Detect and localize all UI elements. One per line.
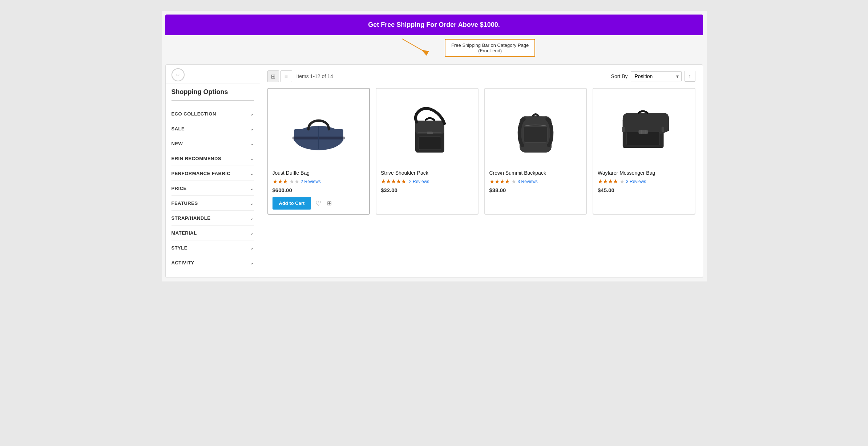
filter-label: PERFORMANCE FABRIC [171, 171, 231, 176]
toolbar: ⊞ ≡ Items 1-12 of 14 Sort By Position Pr… [267, 70, 695, 82]
free-shipping-text: Get Free Shipping For Order Above $1000. [368, 21, 500, 28]
chevron-down-icon: ⌄ [250, 126, 254, 131]
reviews-link[interactable]: 2 Reviews [301, 179, 321, 184]
filter-label: MATERIAL [171, 230, 197, 236]
chevron-down-icon: ⌄ [250, 170, 254, 176]
main-content: ○ Shopping Options ECO COLLECTION ⌄ SALE… [165, 64, 703, 278]
list-view-button[interactable]: ≡ [280, 70, 292, 82]
svg-line-1 [402, 39, 428, 53]
product-card[interactable]: Strive Shoulder Pack ★★★★★ 2 Reviews $32… [376, 88, 479, 215]
star-rating: ★★★★★ [381, 178, 406, 185]
product-image [381, 93, 473, 166]
filter-label: ECO COLLECTION [171, 111, 216, 117]
sort-select-wrapper: Position Product Name Price [631, 71, 682, 81]
star-empty: ★★ [289, 178, 299, 185]
wishlist-button[interactable]: ♡ [314, 198, 323, 209]
star-rating: ★★★ [272, 178, 288, 185]
product-card[interactable]: Joust Duffle Bag ★★★★★ 2 Reviews $600.00… [267, 88, 370, 215]
search-icon[interactable]: ○ [171, 68, 185, 81]
svg-rect-12 [524, 126, 547, 142]
product-price: $32.00 [381, 187, 473, 193]
callout-line2: (Front-end) [478, 48, 502, 53]
sort-select[interactable]: Position Product Name Price [631, 71, 682, 81]
svg-rect-16 [627, 132, 660, 145]
filter-item-features[interactable]: FEATURES ⌄ [171, 196, 254, 211]
star-rating: ★★★★ [598, 178, 618, 185]
filter-label: NEW [171, 141, 183, 146]
product-name: Wayfarer Messenger Bag [598, 170, 690, 176]
product-name: Joust Duffle Bag [272, 170, 365, 176]
chevron-down-icon: ⌄ [250, 260, 254, 265]
item-count: Items 1-12 of 14 [296, 73, 607, 79]
svg-rect-10 [427, 131, 433, 134]
chevron-down-icon: ⌄ [250, 230, 254, 236]
reviews-link[interactable]: 3 Reviews [626, 179, 646, 184]
svg-rect-9 [419, 137, 441, 150]
free-shipping-bar: Get Free Shipping For Order Above $1000. [165, 15, 703, 35]
filter-label: STYLE [171, 245, 187, 251]
filter-label: SALE [171, 126, 185, 131]
filter-list: ECO COLLECTION ⌄ SALE ⌄ NEW ⌄ ERIN RECOM… [171, 106, 254, 270]
filter-item-style[interactable]: STYLE ⌄ [171, 240, 254, 255]
stars-row: ★★★★★ 3 Reviews [598, 178, 690, 185]
product-name: Crown Summit Backpack [489, 170, 582, 176]
filter-item-new[interactable]: NEW ⌄ [171, 136, 254, 151]
filter-item-material[interactable]: MATERIAL ⌄ [171, 226, 254, 240]
stars-row: ★★★★★ 2 Reviews [272, 178, 365, 185]
product-area: ⊞ ≡ Items 1-12 of 14 Sort By Position Pr… [260, 65, 703, 277]
filter-label: ERIN RECOMMENDS [171, 156, 222, 161]
annotation-area: Free Shipping Bar on Category Page (Fron… [165, 35, 703, 64]
product-actions: Add to Cart ♡ ⊞ [272, 197, 365, 210]
reviews-link[interactable]: 3 Reviews [518, 179, 538, 184]
product-price: $45.00 [598, 187, 690, 193]
star-empty: ★ [619, 178, 625, 185]
filter-item-sale[interactable]: SALE ⌄ [171, 121, 254, 136]
filter-item-price[interactable]: PRICE ⌄ [171, 181, 254, 196]
product-price: $600.00 [272, 187, 365, 193]
products-grid: Joust Duffle Bag ★★★★★ 2 Reviews $600.00… [267, 88, 695, 215]
sidebar-title: Shopping Options [171, 88, 254, 101]
filter-item-eco-collection[interactable]: ECO COLLECTION ⌄ [171, 106, 254, 121]
chevron-down-icon: ⌄ [250, 185, 254, 191]
product-image [272, 93, 365, 166]
svg-rect-14 [622, 127, 625, 132]
callout-box: Free Shipping Bar on Category Page (Fron… [445, 39, 535, 57]
filter-item-activity[interactable]: ACTIVITY ⌄ [171, 255, 254, 270]
page-wrapper: Get Free Shipping For Order Above $1000.… [162, 11, 707, 281]
compare-button[interactable]: ⊞ [326, 198, 333, 208]
filter-label: FEATURES [171, 200, 198, 206]
chevron-down-icon: ⌄ [250, 155, 254, 161]
sort-area: Sort By Position Product Name Price ↑ [611, 71, 695, 82]
stars-row: ★★★★★ 2 Reviews [381, 178, 473, 185]
product-card[interactable]: Crown Summit Backpack ★★★★★ 3 Reviews $3… [484, 88, 587, 215]
reviews-link[interactable]: 2 Reviews [409, 179, 429, 184]
filter-label: ACTIVITY [171, 260, 194, 265]
star-rating: ★★★★ [489, 178, 510, 185]
product-image [598, 93, 690, 166]
filter-item-erin-recommends[interactable]: ERIN RECOMMENDS ⌄ [171, 151, 254, 166]
filter-label: STRAP/HANDLE [171, 215, 211, 221]
grid-view-button[interactable]: ⊞ [267, 70, 279, 82]
product-price: $38.00 [489, 187, 582, 193]
chevron-down-icon: ⌄ [250, 111, 254, 117]
filter-label: PRICE [171, 186, 187, 191]
stars-row: ★★★★★ 3 Reviews [489, 178, 582, 185]
sort-direction-button[interactable]: ↑ [685, 71, 695, 82]
svg-rect-15 [662, 127, 664, 132]
product-image [489, 93, 582, 166]
svg-rect-17 [639, 130, 648, 134]
sidebar: ○ Shopping Options ECO COLLECTION ⌄ SALE… [166, 65, 260, 277]
chevron-down-icon: ⌄ [250, 141, 254, 146]
callout-line1: Free Shipping Bar on Category Page [451, 42, 529, 48]
sort-label: Sort By [611, 73, 628, 79]
product-card[interactable]: Wayfarer Messenger Bag ★★★★★ 3 Reviews $… [593, 88, 695, 215]
product-name: Strive Shoulder Pack [381, 170, 473, 176]
chevron-down-icon: ⌄ [250, 215, 254, 221]
add-to-cart-button[interactable]: Add to Cart [272, 197, 311, 210]
filter-item-strap/handle[interactable]: STRAP/HANDLE ⌄ [171, 211, 254, 226]
chevron-down-icon: ⌄ [250, 245, 254, 251]
star-empty: ★ [511, 178, 516, 185]
view-icons: ⊞ ≡ [267, 70, 292, 82]
chevron-down-icon: ⌄ [250, 200, 254, 206]
filter-item-performance-fabric[interactable]: PERFORMANCE FABRIC ⌄ [171, 166, 254, 181]
